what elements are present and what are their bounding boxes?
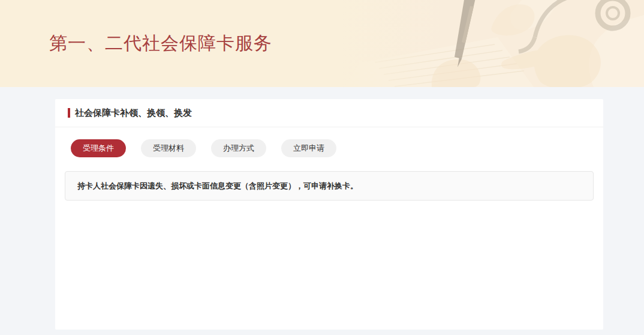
condition-text: 持卡人社会保障卡因遗失、损坏或卡面信息变更（含照片变更），可申请补换卡。 [77,181,358,190]
tab-apply-now[interactable]: 立即申请 [281,139,336,157]
page-banner: 第一、二代社会保障卡服务 [0,0,644,87]
content-panel: 持卡人社会保障卡因遗失、损坏或卡面信息变更（含照片变更），可申请补换卡。 [65,171,594,201]
section-title: 社会保障卡补领、换领、换发 [75,107,192,119]
medical-photo-decoration [342,0,644,87]
red-accent-bar-icon [68,108,70,118]
tab-processing-method[interactable]: 办理方式 [211,139,266,157]
page-title: 第一、二代社会保障卡服务 [49,31,272,56]
tab-bar: 受理条件 受理材料 办理方式 立即申请 [55,127,603,157]
tab-acceptance-conditions[interactable]: 受理条件 [71,139,126,157]
tab-required-materials[interactable]: 受理材料 [141,139,196,157]
service-card: 社会保障卡补领、换领、换发 受理条件 受理材料 办理方式 立即申请 持卡人社会保… [55,99,603,330]
section-header: 社会保障卡补领、换领、换发 [55,99,603,127]
